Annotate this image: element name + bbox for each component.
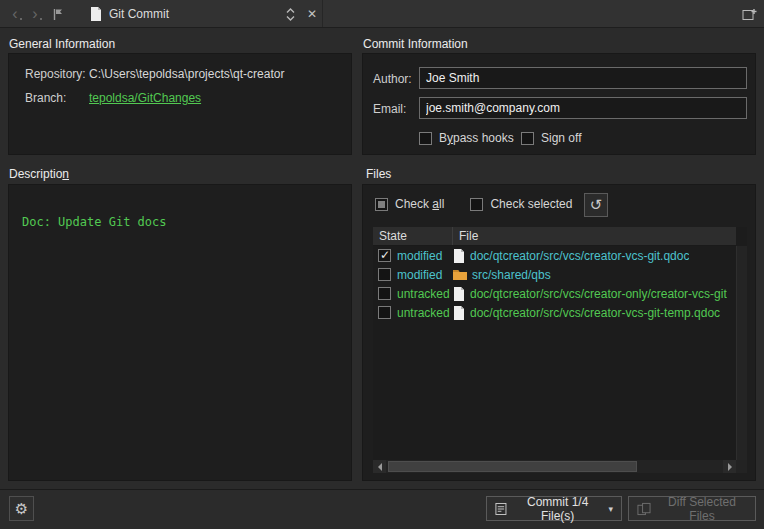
file-checkbox[interactable] <box>378 249 391 262</box>
check-selected-text: Check selected <box>490 197 572 211</box>
refresh-button[interactable]: ↺ <box>584 193 608 217</box>
scroll-right-arrow[interactable] <box>723 460 736 473</box>
git-commit-pane: ‹ › Git Commit ✕ <box>0 0 764 529</box>
left-triangle-icon <box>374 463 382 471</box>
state-cell: modified <box>373 249 453 263</box>
split-editor-button[interactable] <box>738 3 760 25</box>
commit-button[interactable]: Commit 1/4 File(s) ▾ <box>486 496 622 521</box>
file-path: doc/qtcreator/src/vcs/creator-vcs-git-te… <box>470 306 720 320</box>
vertical-scrollbar[interactable] <box>736 246 747 460</box>
back-button[interactable]: ‹ <box>4 3 26 25</box>
bypass-hooks-checkbox-label[interactable]: Bypass hooks <box>419 131 514 145</box>
state-cell: untracked <box>373 306 453 320</box>
file-row[interactable]: untracked doc/qtcreator/src/vcs/creator-… <box>373 303 736 322</box>
general-information-panel: Repository: C:\Users\tepoldsa\projects\q… <box>8 53 352 155</box>
file-row[interactable]: untracked doc/qtcreator/src/vcs/creator-… <box>373 284 736 303</box>
sign-off-text: Sign off <box>541 131 581 145</box>
description-header-mnemonic: n <box>62 167 69 181</box>
file-row[interactable]: modified doc/qtcreator/src/vcs/creator-v… <box>373 246 736 265</box>
check-all-pre: Check <box>395 197 432 211</box>
file-checkbox[interactable] <box>378 268 391 281</box>
commit-dropdown-arrow[interactable]: ▾ <box>608 504 613 514</box>
file-icon <box>453 249 465 263</box>
bypass-hooks-checkbox[interactable] <box>419 132 432 145</box>
branch-label: Branch: <box>25 91 89 105</box>
check-all-checkbox-label[interactable]: Check all <box>375 197 444 211</box>
repository-path: C:\Users\tepoldsa\projects\qt-creator <box>89 67 284 81</box>
check-selected-checkbox-label[interactable]: Check selected <box>470 197 572 211</box>
back-dropdown-dot <box>20 18 22 20</box>
column-header-state[interactable]: State <box>373 227 453 245</box>
horizontal-scroll-track[interactable] <box>386 460 723 473</box>
diff-icon <box>637 502 651 516</box>
file-checkbox[interactable] <box>378 287 391 300</box>
horizontal-scrollbar[interactable] <box>373 460 736 473</box>
check-all-post: ll <box>439 197 444 211</box>
author-input[interactable] <box>419 67 747 89</box>
bypass-hooks-text: Bypass hooks <box>439 131 514 145</box>
files-panel: Check all Check selected ↺ State File mo… <box>362 184 756 481</box>
diff-selected-files-button: Diff Selected Files <box>628 496 756 521</box>
commit-information-header: Commit Information <box>363 37 468 51</box>
forward-button[interactable]: › <box>24 3 46 25</box>
commit-button-label: Commit 1/4 File(s) <box>513 495 603 523</box>
file-path: src/shared/qbs <box>472 268 551 282</box>
files-header: Files <box>366 167 391 181</box>
file-state: untracked <box>397 287 450 301</box>
forward-dropdown-dot <box>40 18 42 20</box>
file-state: untracked <box>397 306 450 320</box>
file-cell: doc/qtcreator/src/vcs/creator-vcs-git.qd… <box>453 249 736 263</box>
sign-off-checkbox[interactable] <box>521 132 534 145</box>
description-header: Description <box>9 167 69 181</box>
document-title: Git Commit <box>109 7 169 21</box>
file-checkbox[interactable] <box>378 306 391 319</box>
repository-row: Repository: C:\Users\tepoldsa\projects\q… <box>25 67 284 81</box>
file-row[interactable]: modified src/shared/qbs <box>373 265 736 284</box>
check-all-checkbox[interactable] <box>375 198 388 211</box>
email-input[interactable] <box>419 97 747 119</box>
file-state: modified <box>397 249 442 263</box>
file-icon <box>453 306 465 320</box>
description-header-pre: Descriptio <box>9 167 62 181</box>
editor-toolbar: ‹ › Git Commit ✕ <box>0 0 764 28</box>
pin-button[interactable] <box>46 3 68 25</box>
repository-label: Repository: <box>25 67 89 81</box>
settings-button[interactable]: ⚙ <box>9 496 34 521</box>
description-editor[interactable]: Doc: Update Git docs <box>9 185 351 480</box>
scrollbar-corner <box>736 460 747 473</box>
document-dropdown[interactable]: Git Commit <box>86 3 173 25</box>
close-document-button[interactable]: ✕ <box>301 3 323 25</box>
state-cell: untracked <box>373 287 453 301</box>
scroll-left-arrow[interactable] <box>373 460 386 473</box>
document-switcher-button[interactable] <box>279 3 301 25</box>
file-state: modified <box>397 268 442 282</box>
refresh-icon: ↺ <box>590 196 603 214</box>
column-header-file[interactable]: File <box>453 227 736 245</box>
diff-button-label: Diff Selected Files <box>657 495 747 523</box>
up-down-chevrons-icon <box>285 7 296 22</box>
files-table-header: State File <box>373 227 736 246</box>
sign-off-checkbox-label[interactable]: Sign off <box>521 131 581 145</box>
folder-icon <box>453 269 467 281</box>
description-panel: Doc: Update Git docs <box>8 184 352 481</box>
author-label: Author: <box>373 72 412 86</box>
file-cell: src/shared/qbs <box>453 268 736 282</box>
files-toolbar: Check all Check selected <box>375 197 572 211</box>
check-selected-checkbox[interactable] <box>470 198 483 211</box>
horizontal-scroll-thumb[interactable] <box>388 461 637 472</box>
commit-icon <box>495 502 507 516</box>
document-icon <box>90 7 102 21</box>
footer-separator <box>0 489 764 490</box>
bypass-post: pass hooks <box>453 131 514 145</box>
branch-link[interactable]: tepoldsa/GitChanges <box>89 91 201 105</box>
toolbar-separator <box>322 0 323 27</box>
description-text: Doc: Update Git docs <box>9 185 351 259</box>
bypass-pre: B <box>439 131 447 145</box>
back-icon: ‹ <box>12 6 17 22</box>
check-all-text: Check all <box>395 197 444 211</box>
file-cell: doc/qtcreator/src/vcs/creator-vcs-git-te… <box>453 306 736 320</box>
close-icon: ✕ <box>307 7 317 21</box>
file-icon <box>453 287 465 301</box>
file-path: doc/qtcreator/src/vcs/creator-vcs-git.qd… <box>470 249 689 263</box>
files-table: State File modified doc/qtcreator/src/vc… <box>373 227 747 473</box>
